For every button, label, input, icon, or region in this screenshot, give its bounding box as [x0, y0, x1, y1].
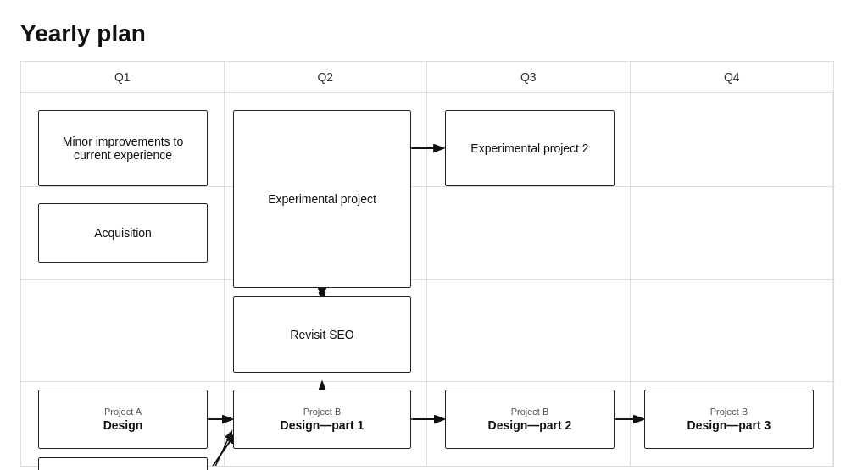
card-revisit-seo[interactable]: Revisit SEO [233, 296, 411, 373]
header-q4: Q4 [631, 62, 834, 92]
header-q3: Q3 [427, 62, 631, 92]
card-experimental-project[interactable]: Experimental project [233, 110, 411, 288]
card-project-b-design-2[interactable]: Project B Design—part 2 [445, 390, 615, 449]
yearly-plan-grid: Q1 Q2 Q3 Q4 Minor improvements to curren… [20, 61, 834, 467]
card-project-a-design[interactable]: Project A Design [38, 390, 208, 449]
card-project-b-design-3[interactable]: Project B Design—part 3 [644, 390, 814, 449]
card-acquisition[interactable]: Acquisition [38, 203, 208, 263]
header-q1: Q1 [21, 62, 225, 92]
row-divider-1 [21, 186, 835, 187]
content-area: Minor improvements to current experience… [21, 93, 833, 466]
header-row: Q1 Q2 Q3 Q4 [21, 62, 833, 93]
row-divider-2 [21, 279, 835, 280]
card-project-b-research[interactable]: Project B Research [38, 457, 208, 470]
card-project-b-design-1[interactable]: Project B Design—part 1 [233, 390, 411, 449]
row-divider-3 [21, 381, 835, 382]
card-experimental-project-2[interactable]: Experimental project 2 [445, 110, 615, 186]
page-title: Yearly plan [20, 20, 848, 47]
header-q2: Q2 [225, 62, 428, 92]
card-minor-improvements[interactable]: Minor improvements to current experience [38, 110, 208, 186]
